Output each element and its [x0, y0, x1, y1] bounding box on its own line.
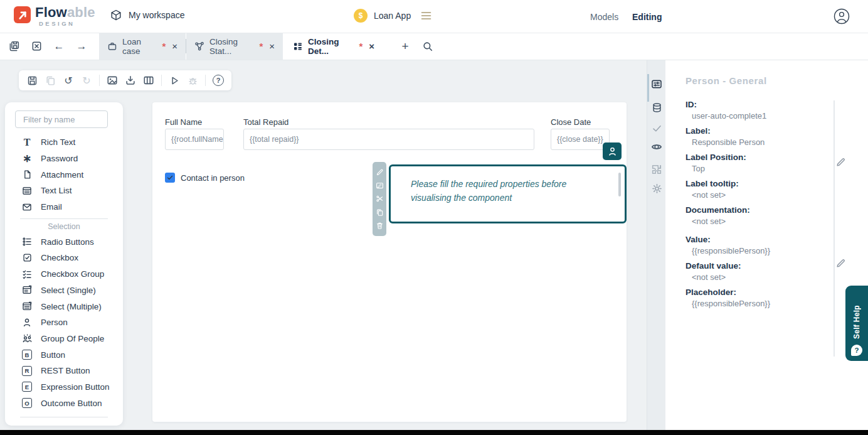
palette-item-text-list[interactable]: Text List [5, 183, 123, 199]
tab-label: Loan case [122, 37, 157, 56]
canvas-toolbar: ↺ ↻ ? [19, 70, 231, 90]
button-icon: B [22, 350, 32, 360]
prop-default-value: Default value: <not set> [685, 260, 830, 282]
search-tabs-icon[interactable] [416, 33, 439, 60]
palette-item-button[interactable]: B Button [5, 346, 123, 363]
unsaved-indicator: * [359, 43, 363, 50]
user-avatar-icon[interactable] [833, 8, 850, 25]
save-icon[interactable] [26, 75, 38, 86]
palette-item-rest-button[interactable]: R REST Button [5, 363, 123, 379]
rail-general-properties-icon[interactable] [651, 78, 662, 90]
image-export-icon[interactable] [107, 75, 118, 86]
rail-settings-gear-icon[interactable] [651, 183, 662, 194]
flowable-design-app: Flowable DESIGN My workspace $ Loan App … [0, 0, 868, 435]
app-menu-icon[interactable] [421, 11, 431, 20]
palette-section-selection: Selection [5, 219, 123, 234]
edit-pencil-icon[interactable] [376, 168, 384, 176]
save-all-icon[interactable] [3, 33, 25, 60]
cut-scissors-icon[interactable] [376, 195, 384, 203]
select-multiple-icon [21, 301, 33, 311]
play-preview-icon[interactable] [169, 75, 180, 86]
nav-editing[interactable]: Editing [632, 12, 662, 22]
nav-models[interactable]: Models [590, 12, 618, 22]
self-help-label: Self Help [852, 305, 861, 339]
tab-loan-case[interactable]: Loan case * × [99, 33, 186, 60]
palette-item-select-single[interactable]: Select (Single) [5, 282, 123, 299]
properties-rail [647, 60, 665, 430]
palette-item-checkbox-group[interactable]: Checkbox Group [5, 266, 123, 282]
rest-button-icon: R [22, 366, 32, 376]
active-rail-indicator [647, 74, 649, 102]
history-back-icon[interactable]: ← [48, 33, 70, 60]
palette-item-checkbox[interactable]: Checkbox [5, 250, 123, 266]
prop-value: Value: {{responsiblePerson}} [685, 234, 830, 256]
contact-in-person-checkbox[interactable]: Contact in person [165, 173, 245, 183]
prop-id: ID: user-auto-complete1 [685, 99, 830, 121]
tab-label: Closing Stat... [209, 37, 254, 56]
palette-item-group-of-people[interactable]: Group Of People [5, 331, 123, 347]
close-date-input[interactable]: {{close date}} [551, 129, 610, 150]
palette-item-rich-text[interactable]: T Rich Text [5, 134, 123, 151]
debug-bug-icon[interactable] [187, 75, 198, 86]
palette-item-expression-button[interactable]: E Expression Button [5, 379, 123, 395]
duplicate-icon[interactable] [45, 75, 56, 86]
help-bubble-icon: ? [851, 345, 862, 356]
history-forward-icon[interactable]: → [70, 33, 93, 60]
self-help-tab[interactable]: Self Help ? [845, 286, 868, 361]
field-label-close-date: Close Date [551, 117, 591, 127]
toolbar-separator [205, 75, 206, 86]
tab-closing-details[interactable]: Closing Det... * × [285, 33, 383, 60]
filter-input[interactable] [15, 110, 108, 128]
rail-data-model-icon[interactable] [651, 102, 662, 113]
prop-documentation: Documentation: <not set> [685, 205, 830, 227]
field-label-total-repaid: Total Repaid [243, 117, 288, 127]
case-briefcase-icon [107, 41, 117, 51]
redo-icon[interactable]: ↻ [81, 75, 92, 86]
selected-person-component[interactable]: Please fill the required properties befo… [389, 164, 627, 223]
process-nodes-icon [194, 41, 204, 51]
palette-item-password[interactable]: ∗ Password [5, 151, 123, 167]
copy-icon[interactable] [376, 208, 384, 217]
palette-item-attachment[interactable]: Attachment [5, 166, 123, 183]
flowable-logo-icon [14, 6, 31, 23]
component-scrollbar[interactable] [618, 173, 621, 196]
form-canvas[interactable]: Full Name {{root.fullName Total Repaid {… [152, 102, 627, 422]
bottom-bar [0, 430, 868, 435]
brand-wordmark: Flowable [35, 4, 95, 21]
prop-placeholder: Placeholder: {{responsiblePerson}} [685, 287, 830, 309]
select-single-icon [21, 285, 33, 295]
rail-extensions-puzzle-icon[interactable] [651, 164, 662, 175]
loan-app-coin-icon: $ [354, 9, 368, 23]
edit-note-icon[interactable] [376, 181, 384, 190]
palette-item-email[interactable]: Email [5, 199, 123, 215]
person-icon [21, 318, 33, 328]
prop-label-position: Label Position: Top [685, 152, 830, 174]
edit-value-pencil-icon[interactable] [835, 258, 846, 269]
help-icon[interactable]: ? [213, 75, 224, 86]
undo-icon[interactable]: ↺ [63, 75, 74, 86]
palette-item-select-multiple[interactable]: Select (Multiple) [5, 298, 123, 314]
delete-trash-icon[interactable] [376, 222, 384, 230]
edit-general-pencil-icon[interactable] [835, 157, 846, 168]
palette-item-outcome-button[interactable]: O Outcome Button [5, 395, 123, 411]
current-app[interactable]: $ Loan App [354, 9, 431, 23]
close-tab-icon[interactable]: × [369, 41, 374, 51]
rail-validation-check-icon[interactable] [651, 122, 662, 134]
close-tab-icon[interactable]: × [172, 41, 177, 51]
new-tab-icon[interactable]: + [394, 33, 416, 60]
close-tab-icon[interactable]: × [269, 41, 275, 51]
palette-item-radio-buttons[interactable]: Radio Buttons [5, 234, 123, 250]
properties-panel: Person - General ID: user-auto-complete1… [665, 60, 868, 430]
tab-closing-state[interactable]: Closing Stat... * × [186, 33, 283, 60]
workspace-switcher[interactable]: My workspace [110, 9, 184, 21]
close-all-icon[interactable] [25, 33, 48, 60]
toolbar-separator [161, 75, 162, 86]
full-name-input[interactable]: {{root.fullName [165, 129, 224, 150]
checkbox-icon [21, 253, 33, 262]
rail-visibility-eye-icon[interactable] [651, 141, 662, 153]
properties-scrollbar-track [834, 100, 835, 357]
columns-layout-icon[interactable] [143, 75, 154, 86]
total-repaid-input[interactable]: {{total repaid}} [243, 129, 534, 150]
import-icon[interactable] [125, 75, 136, 86]
palette-item-person[interactable]: Person [5, 314, 123, 331]
